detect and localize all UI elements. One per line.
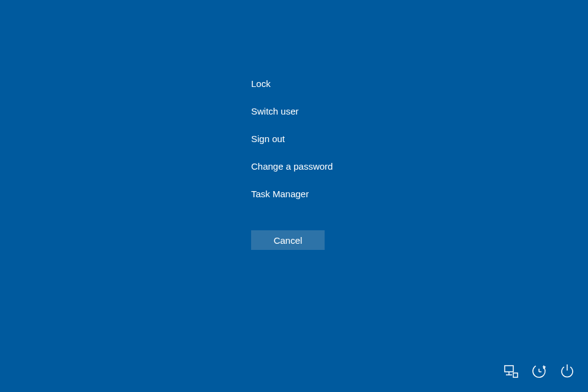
svg-rect-3 — [513, 373, 518, 377]
menu-item-task-manager[interactable]: Task Manager — [251, 189, 333, 199]
security-options-menu: Lock Switch user Sign out Change a passw… — [251, 78, 333, 216]
cancel-button[interactable]: Cancel — [251, 230, 325, 250]
menu-item-change-password[interactable]: Change a password — [251, 161, 333, 172]
network-icon[interactable] — [502, 363, 519, 380]
power-icon[interactable] — [559, 363, 576, 380]
menu-item-lock[interactable]: Lock — [251, 78, 333, 89]
bottom-icon-bar — [502, 363, 576, 380]
svg-rect-0 — [505, 366, 513, 372]
menu-item-sign-out[interactable]: Sign out — [251, 134, 333, 144]
menu-item-switch-user[interactable]: Switch user — [251, 106, 333, 116]
ease-of-access-icon[interactable] — [530, 363, 548, 380]
